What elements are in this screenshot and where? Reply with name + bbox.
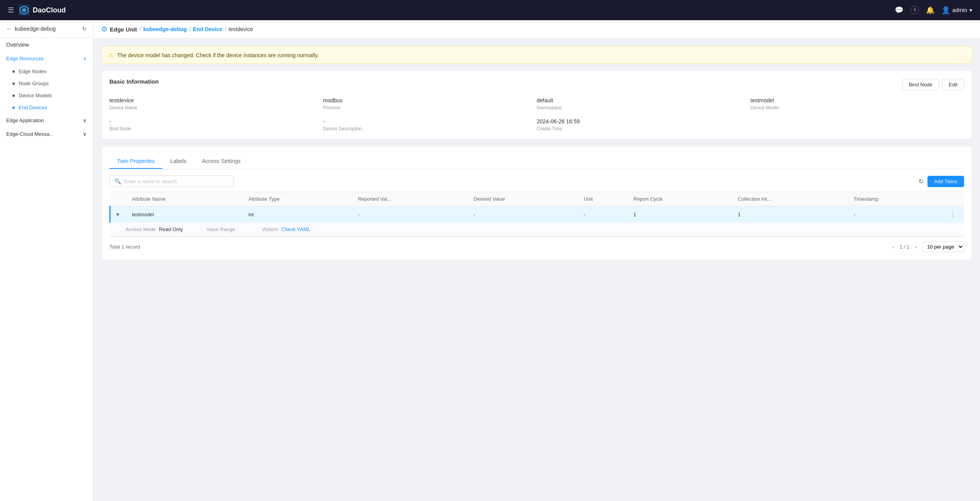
user-menu[interactable]: 👤 admin ▾ (941, 6, 972, 14)
sidebar-item-edge-nodes-label: Edge Nodes (19, 68, 47, 74)
sidebar-section-edge-resources[interactable]: Edge Resources ∧ (0, 52, 93, 65)
sidebar: ← kubeedge-debug ↻ Overview Edge Resourc… (0, 20, 93, 501)
help-icon[interactable]: ? (910, 6, 919, 14)
sidebar-item-overview[interactable]: Overview (0, 38, 93, 52)
user-avatar-icon: 👤 (941, 6, 950, 14)
logo-icon (19, 5, 30, 16)
visitors-detail-label: Visitors (262, 226, 278, 232)
info-item-device-description: - Device Description (323, 118, 537, 131)
breadcrumb-sep3: / (225, 26, 226, 32)
sidebar-item-node-groups[interactable]: Node Groups (0, 77, 93, 89)
edge-unit-icon: ⚙ (101, 25, 107, 33)
page-info-label: 1 / 1 (899, 244, 909, 250)
expand-detail-row: Access Mode Read Only Value Range Visito… (110, 222, 964, 237)
next-page-button[interactable]: › (913, 243, 919, 250)
breadcrumb-sep2: / (189, 26, 191, 32)
bell-icon[interactable]: 🔔 (926, 6, 934, 14)
expand-cell[interactable]: ▼ (110, 206, 127, 223)
sidebar-item-device-models-label: Device Models (19, 93, 52, 98)
page-controls: ‹ 1 / 1 › 10 per page 20 per page 50 per… (890, 242, 964, 252)
info-grid: testdevice Device Name modbus Protocol d… (109, 97, 964, 131)
access-mode-detail-value: Read Only (159, 226, 183, 232)
unit-cell: - (579, 206, 629, 223)
search-actions: ↻ Add Twins (919, 176, 964, 187)
device-name-value: testdevice (109, 97, 323, 103)
th-report-cycle: Report Cycle (629, 192, 733, 206)
edge-unit-label: Edge Unit (110, 26, 137, 33)
cluster-header: ← kubeedge-debug ↻ (0, 20, 93, 38)
sidebar-section-edge-cloud-label: Edge-Cloud Messa... (6, 131, 53, 137)
search-icon: 🔍 (114, 178, 121, 184)
twins-table: Attribute Name Attribute Type Reported V… (109, 192, 964, 237)
sidebar-menu: Overview Edge Resources ∧ Edge Nodes Nod… (0, 38, 93, 501)
main-content: ⚙ Edge Unit / kubeedge-debug / End Devic… (93, 20, 980, 501)
expand-detail: Access Mode Read Only Value Range Visito… (110, 222, 964, 236)
menu-icon[interactable]: ☰ (8, 6, 14, 14)
th-attribute-name: Attribute Name (127, 192, 244, 206)
device-model-label: Device Model (750, 105, 964, 110)
add-twins-button[interactable]: Add Twins (927, 176, 964, 187)
device-model-value: testmodel (750, 97, 964, 103)
attribute-type-cell: int (244, 206, 353, 223)
access-mode-detail-label: Access Mode (126, 226, 156, 232)
check-yaml-link[interactable]: Check YAML (281, 226, 311, 232)
th-unit: Unit (579, 192, 629, 206)
table-header-row: Attribute Name Attribute Type Reported V… (110, 192, 964, 206)
tab-labels[interactable]: Labels (162, 154, 194, 169)
search-input-wrap[interactable]: 🔍 (109, 175, 234, 187)
device-description-value: - (323, 118, 537, 124)
alert-message: The device model has changed. Check if t… (117, 52, 319, 58)
alert-banner: ⚠ The device model has changed. Check if… (101, 46, 972, 64)
breadcrumb-end-device[interactable]: End Device (193, 26, 222, 32)
nav-left: ☰ DaoCloud (8, 5, 66, 16)
value-range-detail: Value Range (206, 226, 238, 232)
breadcrumb-cluster[interactable]: kubeedge-debug (143, 26, 187, 32)
brand-name: DaoCloud (33, 6, 66, 14)
expand-detail-cell: Access Mode Read Only Value Range Visito… (110, 222, 964, 237)
nav-right: 💬 ? 🔔 👤 admin ▾ (895, 6, 972, 14)
info-item-bind-node: - Bind Node (109, 118, 323, 131)
basic-info-title: Basic Information (109, 78, 159, 85)
per-page-select[interactable]: 10 per page 20 per page 50 per page (922, 242, 964, 252)
row-more-button[interactable]: ⋮ (946, 209, 959, 220)
sidebar-item-overview-label: Overview (6, 42, 29, 48)
expand-icon[interactable]: ▼ (115, 212, 120, 217)
create-time-value: 2024-06-26 16:59 (537, 118, 750, 124)
edge-application-chevron-icon: ∨ (83, 117, 87, 123)
search-bar: 🔍 ↻ Add Twins (109, 175, 964, 187)
info-item-create-time: 2024-06-26 16:59 Create Time (537, 118, 750, 131)
protocol-label: Protocol (323, 105, 537, 110)
device-models-dot-icon (12, 95, 15, 97)
sidebar-item-end-devices[interactable]: End Devices (0, 102, 93, 114)
bind-node-button[interactable]: Bind Node (902, 79, 939, 90)
username-label: admin (952, 7, 967, 13)
back-icon[interactable]: ← (6, 26, 12, 32)
search-input[interactable] (124, 179, 229, 184)
sidebar-item-device-models[interactable]: Device Models (0, 89, 93, 102)
breadcrumb-current: testdevice (228, 26, 253, 32)
sidebar-section-edge-application[interactable]: Edge Application ∨ (0, 114, 93, 127)
expand-detail-grid: Access Mode Read Only Value Range Visito… (126, 226, 960, 232)
device-description-label: Device Description (323, 126, 537, 131)
sidebar-item-edge-nodes[interactable]: Edge Nodes (0, 65, 93, 77)
basic-info-actions: Bind Node Edit (902, 79, 964, 90)
end-devices-dot-icon (12, 107, 15, 109)
tab-access-settings[interactable]: Access Settings (194, 154, 249, 169)
brand-logo: DaoCloud (19, 5, 66, 16)
cluster-name-label: kubeedge-debug (15, 26, 56, 32)
chat-icon[interactable]: 💬 (895, 6, 903, 14)
info-item-namespace: default Namespace (537, 97, 750, 110)
tab-twin-properties[interactable]: Twin Properties (109, 154, 162, 169)
basic-info-card: Basic Information Bind Node Edit testdev… (101, 70, 972, 140)
prev-page-button[interactable]: ‹ (890, 243, 896, 250)
table-refresh-icon[interactable]: ↻ (919, 178, 924, 185)
info-item-device-model: testmodel Device Model (750, 97, 964, 110)
refresh-cluster-icon[interactable]: ↻ (82, 26, 87, 32)
report-cycle-cell: 1 (629, 206, 733, 223)
sidebar-section-edge-cloud-message[interactable]: Edge-Cloud Messa... ∨ (0, 127, 93, 141)
edge-resources-chevron-icon: ∧ (83, 56, 87, 61)
edit-button[interactable]: Edit (942, 79, 964, 90)
breadcrumb-sep1: / (139, 26, 141, 32)
th-timestamp: Timestamp (849, 192, 941, 206)
create-time-label: Create Time (537, 126, 750, 131)
